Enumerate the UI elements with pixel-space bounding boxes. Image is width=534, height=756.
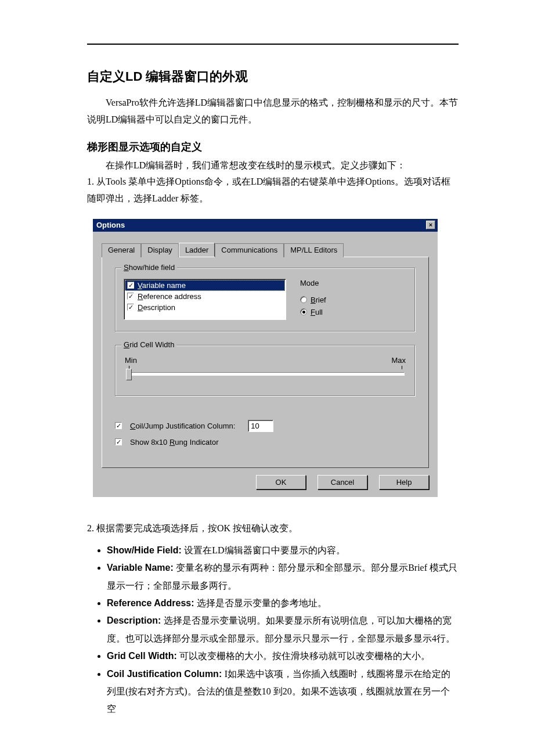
mode-column: Mode Brief Full xyxy=(300,279,326,320)
grid-width-slider[interactable] xyxy=(126,366,405,380)
legend-rest-grid: rid Cell Width xyxy=(129,340,174,349)
label-rung-prefix: Show 8x10 xyxy=(130,438,169,447)
step-2: 2. 根据需要完成选项选择后，按OK 按钮确认改变。 xyxy=(87,520,459,537)
tab-strip: General Display Ladder Communications MP… xyxy=(102,243,429,257)
slider-min-label: Min xyxy=(125,356,137,365)
after-dialog-text: 2. 根据需要完成选项选择后，按OK 按钮确认改变。 Show/Hide Fie… xyxy=(87,520,459,718)
list-item: Show/Hide Field: 设置在LD编辑器窗口中要显示的内容。 xyxy=(107,542,459,559)
hotkey-g: G xyxy=(124,340,129,349)
step-1: 1. 从Tools 菜单中选择Options命令，或在LD编辑器的右键菜单中选择… xyxy=(87,174,459,207)
label-reference-address: eference address xyxy=(143,292,201,301)
check-show-rung-indicator[interactable]: ✓ Show 8x10 Rung Indicator xyxy=(115,438,416,447)
tab-ladder[interactable]: Ladder xyxy=(179,243,215,257)
check-description[interactable]: ✓ Description xyxy=(125,302,285,313)
close-icon[interactable]: × xyxy=(426,221,435,229)
tab-mpll-editors[interactable]: MP/LL Editors xyxy=(284,243,344,257)
hotkey-v: V xyxy=(138,281,142,290)
section-intro: 在操作LD编辑器时，我们通常想改变在线时的显示模式。定义步骤如下： xyxy=(87,157,459,174)
hotkey-c: C xyxy=(130,422,135,430)
mode-label: Mode xyxy=(300,279,326,287)
hotkey-b: B xyxy=(311,296,316,304)
radio-icon xyxy=(300,296,307,303)
ok-button[interactable]: OK xyxy=(256,475,306,489)
group-show-hide-field: Show/hide field ✓ Variable name ✓ Refere… xyxy=(115,268,416,332)
group-grid-cell-width: Grid Cell Width Min Max xyxy=(115,345,416,397)
group-legend-grid: Grid Cell Width xyxy=(121,340,176,349)
radio-icon xyxy=(300,308,307,315)
desc-reference-address: 选择是否显示变量的参考地址。 xyxy=(197,598,327,608)
group-legend-show-hide: Show/hide field xyxy=(121,263,177,272)
tab-panel-ladder: Show/hide field ✓ Variable name ✓ Refere… xyxy=(102,257,429,468)
label-coil-justification: oil/Jump Justification Column: xyxy=(135,422,235,430)
option-description-list: Show/Hide Field: 设置在LD编辑器窗口中要显示的内容。 Vari… xyxy=(87,542,459,718)
desc-show-hide: 设置在LD编辑器窗口中要显示的内容。 xyxy=(184,545,345,555)
checkbox-icon: ✓ xyxy=(115,438,122,445)
tab-general[interactable]: General xyxy=(102,243,141,257)
list-item: Grid Cell Width: 可以改变栅格的大小。按住滑块移动就可以改变栅格… xyxy=(107,647,459,665)
options-dialog: Options × General Display Ladder Communi… xyxy=(93,219,438,497)
dialog-body: General Display Ladder Communications MP… xyxy=(93,232,438,497)
legend-hotkey-s: S xyxy=(124,263,129,272)
check-coil-justification[interactable]: ✓ Coil/Jump Justification Column: 10 xyxy=(115,420,416,432)
help-button[interactable]: Help xyxy=(379,475,429,489)
coil-column-input[interactable]: 10 xyxy=(248,420,273,432)
term-reference-address: Reference Address: xyxy=(107,598,197,608)
page-title: 自定义LD 编辑器窗口的外观 xyxy=(87,68,459,85)
desc-grid-cell-width: 可以改变栅格的大小。按住滑块移动就可以改变栅格的大小。 xyxy=(179,651,430,661)
term-coil-justification: Coil Justification Column: xyxy=(107,669,225,679)
radio-brief[interactable]: Brief xyxy=(300,296,326,304)
term-show-hide: Show/Hide Field: xyxy=(107,545,184,555)
dialog-titlebar[interactable]: Options × xyxy=(93,219,438,232)
section-subtitle: 梯形图显示选项的自定义 xyxy=(87,140,459,154)
slider-thumb[interactable] xyxy=(126,369,132,380)
hotkey-r2: R xyxy=(169,438,175,447)
checkbox-icon: ✓ xyxy=(127,293,134,300)
page-top-rule xyxy=(87,44,459,45)
show-hide-checklist[interactable]: ✓ Variable name ✓ Reference address ✓ De… xyxy=(124,279,286,320)
term-variable-name: Variable Name: xyxy=(107,563,176,573)
legend-rest-showhide: how/hide field xyxy=(129,263,175,272)
hotkey-f: F xyxy=(311,308,315,316)
dialog-title: Options xyxy=(96,221,125,229)
checkbox-icon: ✓ xyxy=(115,422,122,429)
tab-communications[interactable]: Communications xyxy=(215,243,284,257)
tab-display[interactable]: Display xyxy=(141,243,179,257)
label-description: escription xyxy=(143,303,175,312)
list-item: Reference Address: 选择是否显示变量的参考地址。 xyxy=(107,595,459,612)
label-brief: rief xyxy=(316,296,326,304)
check-variable-name[interactable]: ✓ Variable name xyxy=(125,280,285,291)
label-rung-rest: ung Indicator xyxy=(175,438,218,447)
hotkey-r: R xyxy=(138,292,143,301)
intro-paragraph: VersaPro软件允许选择LD编辑器窗口中信息显示的格式，控制栅格和显示的尺寸… xyxy=(87,95,459,128)
list-item: Coil Justification Column: I如果选中该项，当你插入线… xyxy=(107,665,459,718)
checkbox-icon: ✓ xyxy=(127,304,134,311)
radio-full[interactable]: Full xyxy=(300,308,326,316)
label-variable-name: ariable name xyxy=(142,281,186,290)
dialog-button-row: OK Cancel Help xyxy=(102,475,429,489)
slider-tick xyxy=(402,366,402,369)
slider-groove xyxy=(126,372,405,376)
label-full: ull xyxy=(315,308,323,316)
hotkey-d: D xyxy=(138,303,143,312)
cancel-button[interactable]: Cancel xyxy=(317,475,367,489)
slider-max-label: Max xyxy=(391,356,406,365)
lower-options: ✓ Coil/Jump Justification Column: 10 ✓ S… xyxy=(115,420,416,447)
checkbox-icon: ✓ xyxy=(127,282,134,289)
term-grid-cell-width: Grid Cell Width: xyxy=(107,651,179,661)
term-description: Description: xyxy=(107,615,164,625)
list-item: Variable Name: 变量名称的显示有两种：部分显示和全部显示。部分显示… xyxy=(107,559,459,595)
list-item: Description: 选择是否显示变量说明。如果要显示所有说明信息，可以加大… xyxy=(107,612,459,647)
check-reference-address[interactable]: ✓ Reference address xyxy=(125,291,285,302)
